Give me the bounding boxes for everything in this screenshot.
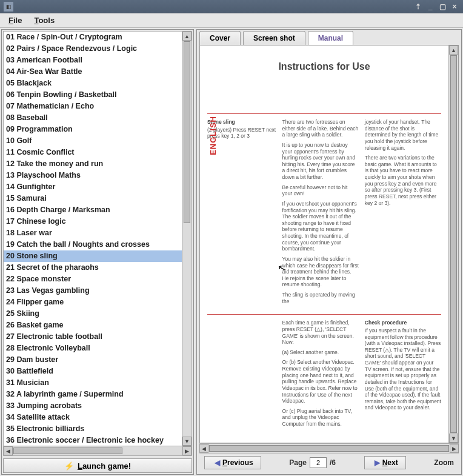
list-item[interactable]: 12 Take the money and run — [4, 158, 182, 170]
list-item[interactable]: 32 A labyrinth game / Supermind — [4, 389, 182, 400]
list-item[interactable]: 27 Electronic table football — [4, 331, 182, 343]
list-item[interactable]: 21 Secret of the pharaohs — [4, 262, 182, 273]
list-item[interactable]: 14 Gunfighter — [4, 181, 182, 193]
list-item[interactable]: 18 Laser war — [4, 227, 182, 239]
list-item[interactable]: 24 Flipper game — [4, 297, 182, 308]
list-item[interactable]: 09 Programmation — [4, 124, 182, 135]
game-list[interactable]: 01 Race / Spin-Out / Cryptogram02 Pairs … — [4, 32, 182, 446]
list-item[interactable]: 03 American Football — [4, 55, 182, 66]
menu-file[interactable]: File — [2, 13, 28, 27]
next-button[interactable]: ▶ Next — [364, 456, 406, 469]
list-item[interactable]: 23 Las Vegas gambling — [4, 285, 182, 297]
list-item[interactable]: 25 Skiing — [4, 308, 182, 320]
maximize-button[interactable]: ▢ — [438, 2, 447, 11]
lightning-icon: ⚡ — [64, 461, 74, 471]
scroll-down-button[interactable]: ▼ — [182, 437, 192, 446]
list-item[interactable]: 31 Musician — [4, 377, 182, 389]
list-item[interactable]: 07 Mathematician / Echo — [4, 101, 182, 112]
scroll-right-button[interactable]: ▶ — [182, 446, 192, 455]
list-item[interactable]: 20 Stone sling — [4, 250, 182, 262]
manual-text: Be careful however not to hit your own! — [282, 184, 359, 197]
manual-section-1: Stone sling (2 players) Press RESET next… — [207, 119, 441, 308]
game-list-container: 01 Race / Spin-Out / Cryptogram02 Pairs … — [3, 31, 192, 456]
section-sub: (2 players) Press RESET next press key 1… — [207, 127, 276, 139]
list-item[interactable]: 10 Golf — [4, 135, 182, 147]
list-item[interactable]: 08 Baseball — [4, 112, 182, 124]
manual-text: (a) Select another game. — [282, 349, 359, 356]
close-button[interactable]: × — [450, 2, 459, 11]
page-label: Page — [289, 458, 307, 467]
tab-manual[interactable]: Manual — [308, 31, 353, 45]
list-item[interactable]: 19 Catch the ball / Noughts and crosses — [4, 239, 182, 250]
list-item[interactable]: 16 Depth Charge / Marksman — [4, 204, 182, 216]
divider — [207, 113, 441, 114]
manual-text: Or (b) Select another Videopac. Remove e… — [282, 359, 359, 404]
list-item[interactable]: 29 Dam buster — [4, 354, 182, 366]
list-item[interactable]: 36 Electronic soccer / Electronic ice ho… — [4, 435, 182, 446]
list-item[interactable]: 04 Air-Sea War Battle — [4, 66, 182, 78]
list-vscrollbar[interactable]: ▲ ▼ — [182, 32, 192, 446]
list-item[interactable]: 06 Tenpin Bowling / Basketball — [4, 89, 182, 101]
app-window: ◧ ⇡ _ ▢ × File Tools 01 Race / Spin-Out … — [0, 0, 463, 476]
scroll-thumb[interactable] — [450, 55, 457, 433]
list-item[interactable]: 22 Space monster — [4, 273, 182, 285]
manual-text: You may also hit the soldier in which ca… — [282, 256, 359, 288]
scroll-thumb[interactable] — [184, 41, 190, 223]
list-item[interactable]: 05 Blackjack — [4, 78, 182, 89]
hscroll-thumb[interactable] — [13, 448, 122, 454]
scroll-up-button[interactable]: ▲ — [449, 45, 458, 55]
list-item[interactable]: 34 Satellite attack — [4, 412, 182, 423]
manual-text: There are two variations to the basic ga… — [365, 155, 441, 206]
list-item[interactable]: 01 Race / Spin-Out / Cryptogram — [4, 32, 182, 43]
document-viewer: Instructions for Use ENGLISH Stone sling… — [199, 45, 459, 443]
scroll-down-button[interactable]: ▼ — [449, 434, 458, 443]
manual-page: Instructions for Use ENGLISH Stone sling… — [200, 45, 448, 443]
next-label: Next — [382, 458, 398, 467]
list-item[interactable]: 33 Jumping acrobats — [4, 400, 182, 412]
manual-text: There are two fortresses on either side … — [282, 119, 359, 138]
menu-tools[interactable]: Tools — [28, 13, 61, 27]
list-item[interactable]: 13 Playschool Maths — [4, 170, 182, 181]
manual-text: joystick of your handset. The distance o… — [365, 119, 441, 151]
tab-bar: Cover Screen shot Manual — [197, 30, 461, 45]
minimize-button[interactable]: _ — [425, 2, 435, 11]
scroll-left-button[interactable]: ◀ — [199, 444, 208, 453]
app-icon: ◧ — [4, 2, 13, 12]
hscroll-thumb[interactable] — [209, 445, 449, 452]
section-heading: Stone sling — [207, 119, 276, 126]
launch-button[interactable]: ⚡ Launch game! — [3, 458, 192, 473]
list-hscrollbar[interactable]: ◀ ▶ — [4, 446, 192, 455]
previous-button[interactable]: ◀ Previous — [204, 456, 261, 469]
check-heading: Check procedure — [365, 320, 441, 326]
list-item[interactable]: 17 Chinese logic — [4, 216, 182, 227]
arrow-left-icon: ◀ — [215, 458, 220, 467]
list-item[interactable]: 30 Battlefield — [4, 366, 182, 377]
menubar: File Tools — [0, 13, 463, 28]
scroll-left-button[interactable]: ◀ — [4, 446, 13, 455]
previous-label: Previous — [222, 458, 253, 467]
doc-vscrollbar[interactable]: ▲ ▼ — [448, 45, 458, 443]
titlebar: ◧ ⇡ _ ▢ × — [0, 0, 463, 13]
manual-text: The sling is operated by moving the — [282, 292, 359, 304]
list-item[interactable]: 15 Samurai — [4, 193, 182, 204]
page-total: /6 — [330, 458, 336, 467]
left-pane: 01 Race / Spin-Out / Cryptogram02 Pairs … — [1, 29, 194, 475]
tab-cover[interactable]: Cover — [199, 31, 241, 45]
list-item[interactable]: 35 Electronic billiards — [4, 423, 182, 435]
scroll-up-button[interactable]: ▲ — [182, 32, 192, 41]
list-item[interactable]: 11 Cosmic Conflict — [4, 147, 182, 158]
zoom-label: Zoom — [434, 458, 454, 467]
list-item[interactable]: 26 Basket game — [4, 320, 182, 331]
tab-screenshot[interactable]: Screen shot — [243, 31, 305, 45]
doc-hscrollbar[interactable]: ◀ ▶ — [199, 443, 459, 453]
list-item[interactable]: 28 Electronic Volleyball — [4, 343, 182, 354]
page-input[interactable] — [310, 457, 327, 468]
pin-button[interactable]: ⇡ — [413, 2, 423, 11]
scroll-right-button[interactable]: ▶ — [450, 444, 459, 453]
manual-text: Or (c) Plug aerial back into TV, and unp… — [282, 408, 359, 427]
manual-text: Each time a game is finished, press RESE… — [282, 320, 359, 346]
launch-label: Launch game! — [78, 461, 131, 471]
page-indicator: Page /6 — [289, 457, 336, 468]
divider — [207, 314, 441, 315]
list-item[interactable]: 02 Pairs / Space Rendezvous / Logic — [4, 43, 182, 55]
